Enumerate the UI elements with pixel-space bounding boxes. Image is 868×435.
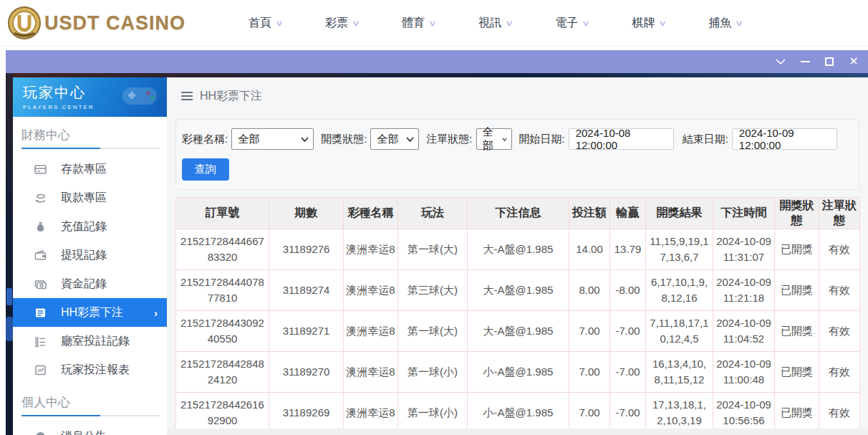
order-status-select[interactable]: 全部 <box>476 128 512 150</box>
sidebar-item-messages[interactable]: 消息公告 <box>13 422 167 435</box>
cell-lottery-name: 澳洲幸运8 <box>344 311 398 352</box>
player-center-window: ✕ 玩家中心 PLAYERS CENTER 財務中心 <box>6 50 868 435</box>
col-bet-amount: 投注額 <box>569 198 610 229</box>
sidebar-item-funds-record[interactable]: 資金記錄 <box>13 269 167 298</box>
cell-lottery-name: 澳洲幸运8 <box>344 393 398 434</box>
cell-bet-time: 2024-10-09 11:04:52 <box>713 311 775 352</box>
window-maximize-icon[interactable] <box>819 50 839 73</box>
nav-item-sports[interactable]: 體育 ∨ <box>380 0 457 46</box>
draw-status-select[interactable]: 全部 <box>370 128 419 150</box>
col-draw-result: 開獎結果 <box>646 198 713 229</box>
order-status-label: 注單狀態: <box>426 133 472 146</box>
sidebar-item-hh-lottery-bets[interactable]: HH彩票下注 › <box>13 298 167 327</box>
deposit-icon <box>34 163 47 176</box>
col-draw-status: 開獎狀態 <box>775 198 819 229</box>
cell-draw-status: 已開獎 <box>775 311 819 352</box>
cell-order-status: 有效 <box>819 393 860 434</box>
nav-item-fishing[interactable]: 捕魚 ∨ <box>687 0 763 46</box>
draw-status-label: 開獎狀態: <box>321 133 367 146</box>
nav-item-live[interactable]: 視訊 ∨ <box>457 0 534 46</box>
col-order-id: 訂單號 <box>176 198 269 229</box>
section-label: 個人中心 <box>21 396 70 409</box>
window-minimize-icon[interactable] <box>795 50 815 73</box>
bet-form-icon <box>34 307 47 319</box>
nav-item-home[interactable]: 首頁 ∨ <box>227 0 304 46</box>
nav-label: 視訊 <box>478 16 501 31</box>
end-date-input[interactable]: 2024-10-09 12:00:00 <box>732 128 837 150</box>
table-row: 2152172844261692900 31189269 澳洲幸运8 第一球(小… <box>176 393 860 434</box>
background-art <box>6 317 13 341</box>
lottery-name-label: 彩種名稱: <box>182 133 228 146</box>
start-date-input[interactable]: 2024-10-08 12:00:00 <box>569 128 674 150</box>
cell-win-loss: -7.00 <box>610 393 646 434</box>
chevron-down-icon: ∨ <box>505 19 513 28</box>
section-label: 財務中心 <box>21 128 70 142</box>
site-logo[interactable]: USDT CASINO <box>7 6 185 40</box>
sidebar-item-label: 取款專區 <box>61 191 107 206</box>
table-row: 2152172844309240550 31189271 澳洲幸运8 第一球(大… <box>176 311 860 352</box>
cell-draw-result: 16,13,4,10,8,11,15,12 <box>646 352 713 393</box>
col-win-loss: 輸贏 <box>610 198 646 229</box>
sidebar-item-withdraw-zone[interactable]: 取款專區 <box>13 183 167 212</box>
cell-draw-status: 已開獎 <box>775 393 819 434</box>
col-bet-info: 下注信息 <box>468 198 569 229</box>
cell-order-status: 有效 <box>819 311 860 352</box>
nav-label: 彩票 <box>325 16 348 31</box>
cell-win-loss: 13.79 <box>610 229 646 270</box>
cell-order-id: 2152172844407877810 <box>176 270 269 311</box>
sidebar-item-label: 提現記錄 <box>61 248 107 263</box>
sidebar-item-label: 存款專區 <box>61 162 107 177</box>
sidebar-item-withdrawal-record[interactable]: 提現記錄 <box>13 241 167 269</box>
cell-bet-time: 2024-10-09 10:56:56 <box>713 393 775 434</box>
dropdown-chevron-icon <box>301 137 309 142</box>
banknote-icon <box>34 278 47 290</box>
window-titlebar: ✕ <box>6 50 868 73</box>
search-button[interactable]: 查詢 <box>182 158 229 181</box>
cell-lottery-name: 澳洲幸运8 <box>344 352 398 393</box>
sidebar-finance-items: 存款專區 取款專區 充值記錄 <box>13 155 167 384</box>
cell-lottery-name: 澳洲幸运8 <box>344 270 398 311</box>
bell-icon <box>34 431 47 435</box>
nav-item-slots[interactable]: 電子 ∨ <box>534 0 610 46</box>
chevron-down-icon: ∨ <box>735 19 743 28</box>
sidebar-section-finance: 財務中心 <box>21 127 160 149</box>
sidebar-item-label: 消息公告 <box>61 429 107 435</box>
sidebar-item-player-bet-report[interactable]: 玩家投注報表 <box>13 355 167 384</box>
list-record-icon <box>34 335 47 348</box>
window-background-strip <box>6 73 13 435</box>
nav-label: 體育 <box>402 16 425 31</box>
sidebar-personal-items: 消息公告 <box>13 422 167 435</box>
table-row: 2152172844407877810 31189274 澳洲幸运8 第三球(大… <box>176 270 860 311</box>
lottery-name-select[interactable]: 全部 <box>231 128 314 150</box>
sidebar-item-recharge-record[interactable]: 充值記錄 <box>13 212 167 241</box>
cell-bet-time: 2024-10-09 11:31:07 <box>713 229 775 270</box>
background-art <box>6 288 12 305</box>
bets-table-container: 訂單號 期數 彩種名稱 玩法 下注信息 投注額 輸贏 開獎結果 下注時間 開獎狀… <box>175 197 859 435</box>
cell-order-status: 有效 <box>819 270 860 311</box>
window-close-icon[interactable]: ✕ <box>844 50 864 73</box>
chevron-down-icon: ∨ <box>658 19 667 28</box>
cell-bet-info: 小-A盤@1.985 <box>468 352 569 393</box>
col-order-status: 注單狀態 <box>819 198 860 229</box>
cell-period: 31189269 <box>269 393 344 434</box>
chevron-down-icon: ∨ <box>352 19 360 28</box>
cell-lottery-name: 澳洲幸运8 <box>344 229 398 270</box>
nav-item-cards[interactable]: 棋牌 ∨ <box>610 0 687 46</box>
cell-bet-info: 大-A盤@1.985 <box>468 229 569 270</box>
hamburger-icon[interactable] <box>181 90 193 102</box>
col-period: 期數 <box>269 198 344 229</box>
cell-play-type: 第一球(小) <box>398 393 468 434</box>
page-title: HH彩票下注 <box>200 89 262 104</box>
cell-draw-result: 11,15,9,19,17,13,6,7 <box>646 229 713 270</box>
cell-draw-result: 6,17,10,1,9,8,12,16 <box>646 270 713 311</box>
sidebar-item-hall-bet-record[interactable]: 廳室投註記錄 <box>13 327 167 355</box>
cell-period: 31189271 <box>269 311 344 352</box>
cell-order-id: 2152172844309240550 <box>176 311 269 352</box>
window-collapse-icon[interactable] <box>771 50 791 73</box>
chevron-down-icon: ∨ <box>275 19 284 28</box>
cell-period: 31189274 <box>269 270 344 311</box>
horizontal-scrollbar[interactable] <box>167 429 868 435</box>
nav-item-lottery[interactable]: 彩票 ∨ <box>304 0 380 46</box>
cell-play-type: 第一球(大) <box>398 229 468 270</box>
sidebar-item-deposit-zone[interactable]: 存款專區 <box>13 155 167 183</box>
